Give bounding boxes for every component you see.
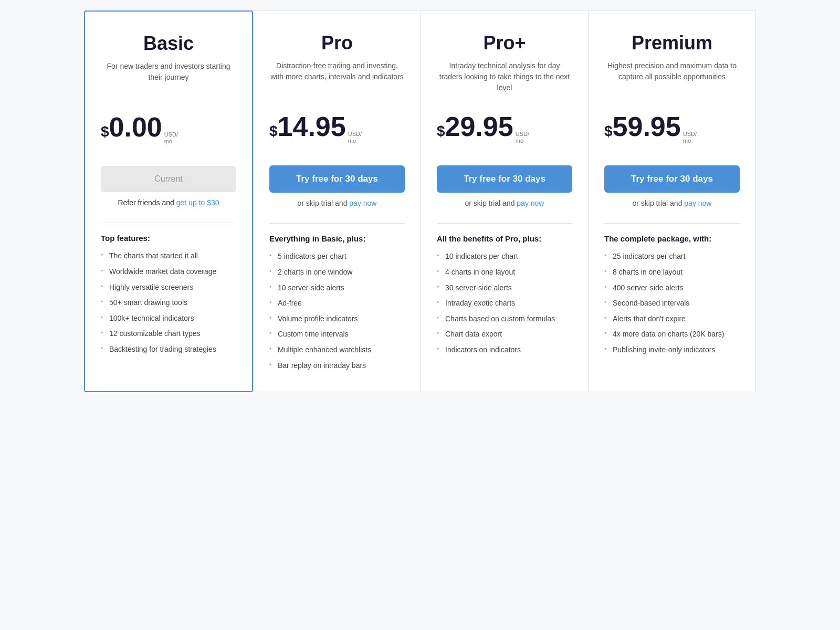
features-list-pro-plus: 10 indicators per chart4 charts in one l… [437, 251, 572, 355]
refer-link[interactable]: get up to $30 [176, 198, 219, 207]
list-item: Publishing invite-only indicators [604, 345, 740, 355]
list-item: 10 server-side alerts [269, 283, 405, 293]
price-amount-basic: 0.00 [109, 113, 162, 141]
price-section-premium: $59.95USD/mo [604, 113, 697, 144]
list-item: 100k+ technical indicators [101, 313, 236, 324]
price-amount-pro: 14.95 [278, 113, 346, 140]
price-symbol-premium: $ [604, 124, 613, 139]
divider-pro-plus [437, 223, 572, 224]
list-item: 4x more data on charts (20K bars) [604, 329, 740, 340]
price-row-pro-plus: $29.95USD/mo [437, 97, 572, 155]
refer-text-basic: Refer friends and get up to $30 [118, 198, 219, 207]
list-item: Bar replay on intraday bars [269, 361, 405, 371]
price-symbol-pro-plus: $ [437, 124, 445, 139]
price-amount-premium: 59.95 [613, 113, 681, 140]
price-suffix-premium: USD/mo [683, 131, 697, 144]
list-item: 50+ smart drawing tools [101, 298, 236, 308]
list-item: Intraday exotic charts [437, 298, 572, 309]
price-section-pro: $14.95USD/mo [269, 113, 362, 144]
features-list-pro: 5 indicators per chart2 charts in one wi… [269, 251, 405, 371]
pricing-table: BasicFor new traders and investors start… [84, 10, 756, 392]
price-row-pro: $14.95USD/mo [269, 97, 405, 155]
features-heading-pro-plus: All the benefits of Pro, plus: [437, 234, 572, 243]
divider-premium [604, 223, 740, 224]
price-row-premium: $59.95USD/mo [604, 97, 740, 155]
list-item: Highly versatile screeners [101, 282, 236, 293]
plan-card-pro-plus: Pro+Intraday technical analysis for day … [421, 10, 588, 392]
price-symbol-basic: $ [101, 124, 109, 139]
cta-section-pro: Try free for 30 daysor skip trial and pa… [269, 165, 405, 207]
list-item: 10 indicators per chart [437, 251, 572, 262]
features-heading-premium: The complete package, with: [604, 234, 740, 243]
plan-name-premium: Premium [604, 32, 740, 54]
price-amount-pro-plus: 29.95 [445, 113, 513, 140]
skip-trial-pro: or skip trial and pay now [298, 199, 377, 207]
price-suffix-pro-plus: USD/mo [516, 131, 529, 144]
plan-description-premium: Highest precision and maximum data to ca… [604, 60, 740, 97]
price-suffix-basic: USD/mo [164, 131, 178, 145]
current-button-basic: Current [101, 166, 236, 192]
list-item: Custom time intervals [269, 329, 405, 340]
plan-description-pro: Distraction-free trading and investing, … [269, 60, 405, 97]
price-row-basic: $0.00USD/mo [101, 98, 236, 155]
features-list-basic: The charts that started it allWorldwide … [101, 251, 236, 354]
features-list-premium: 25 indicators per chart8 charts in one l… [604, 251, 740, 355]
plan-card-premium: PremiumHighest precision and maximum dat… [588, 10, 756, 392]
cta-section-premium: Try free for 30 daysor skip trial and pa… [604, 165, 740, 207]
pay-now-link[interactable]: pay now [684, 199, 711, 207]
list-item: Charts based on custom formulas [437, 314, 572, 324]
list-item: Volume profile indicators [269, 314, 405, 324]
plan-name-pro: Pro [269, 32, 405, 54]
cta-section-pro-plus: Try free for 30 daysor skip trial and pa… [437, 165, 572, 207]
plan-card-basic: BasicFor new traders and investors start… [84, 10, 253, 392]
plan-description-basic: For new traders and investors starting t… [101, 61, 236, 98]
list-item: Alerts that don't expire [604, 314, 740, 324]
pay-now-link[interactable]: pay now [517, 199, 544, 207]
price-section-basic: $0.00USD/mo [101, 113, 178, 145]
list-item: 2 charts in one window [269, 267, 405, 278]
divider-basic [101, 223, 236, 223]
features-heading-basic: Top features: [101, 234, 236, 243]
list-item: 400 server-side alerts [604, 283, 740, 293]
cta-section-basic: CurrentRefer friends and get up to $30 [101, 166, 236, 207]
price-section-pro-plus: $29.95USD/mo [437, 113, 529, 144]
plan-name-pro-plus: Pro+ [437, 32, 572, 54]
price-suffix-pro: USD/mo [348, 131, 362, 144]
list-item: Indicators on indicators [437, 345, 572, 355]
list-item: 5 indicators per chart [269, 251, 405, 262]
list-item: Chart data export [437, 329, 572, 340]
skip-trial-pro-plus: or skip trial and pay now [465, 199, 544, 207]
list-item: 8 charts in one layout [604, 267, 740, 278]
trial-button-pro-plus[interactable]: Try free for 30 days [437, 165, 572, 193]
plan-name-basic: Basic [101, 33, 236, 55]
trial-button-premium[interactable]: Try free for 30 days [604, 165, 740, 193]
list-item: 4 charts in one layout [437, 267, 572, 278]
list-item: 25 indicators per chart [604, 251, 740, 262]
list-item: The charts that started it all [101, 251, 236, 261]
features-heading-pro: Everything in Basic, plus: [269, 234, 405, 243]
pay-now-link[interactable]: pay now [349, 199, 376, 207]
divider-pro [269, 223, 405, 224]
price-symbol-pro: $ [269, 124, 278, 139]
skip-trial-premium: or skip trial and pay now [633, 199, 712, 207]
list-item: Second-based intervals [604, 298, 740, 309]
list-item: 30 server-side alerts [437, 283, 572, 293]
list-item: Worldwide market data coverage [101, 267, 236, 277]
list-item: Ad-free [269, 298, 405, 309]
list-item: Backtesting for trading strategies [101, 344, 236, 355]
plan-card-pro: ProDistraction-free trading and investin… [253, 10, 421, 392]
plan-description-pro-plus: Intraday technical analysis for day trad… [437, 60, 572, 97]
list-item: 12 customizable chart types [101, 329, 236, 339]
trial-button-pro[interactable]: Try free for 30 days [269, 165, 405, 193]
list-item: Multiple enhanced watchlists [269, 345, 405, 355]
